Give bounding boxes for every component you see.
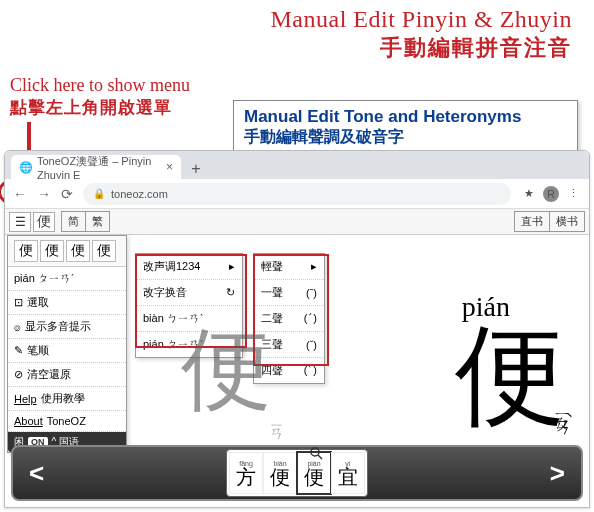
extension-icon[interactable]: ★ — [521, 186, 537, 202]
clear-icon: ⊘ — [14, 368, 23, 381]
menu-item-clear[interactable]: ⊘清空還原 — [8, 363, 126, 387]
reload-button[interactable]: ⟳ — [61, 186, 73, 202]
prev-button[interactable]: < — [29, 458, 44, 489]
candidate-selected[interactable]: pián便 — [297, 452, 331, 494]
candidate-bar: < fāng方 biàn便 pián便 yí宜 > — [11, 445, 583, 501]
candidate[interactable]: fāng方 — [229, 452, 263, 494]
menu-item-help[interactable]: Help使用教學 — [8, 387, 126, 411]
tab-favicon-icon: 🌐 — [19, 161, 33, 174]
next-button[interactable]: > — [550, 458, 565, 489]
main-char: 便 — [455, 321, 565, 431]
callout-zh: 手動編輯聲調及破音字 — [244, 127, 567, 148]
stroke-icon: ✎ — [14, 344, 23, 357]
pinyin-row[interactable]: pián ㄆㄧㄢˊ — [8, 267, 126, 291]
variant-char[interactable]: 便 — [66, 240, 90, 262]
tab-strip: 🌐 ToneOZ澳聲通 – Pinyin Zhuyin E × + — [5, 151, 589, 179]
avatar[interactable]: R — [543, 186, 559, 202]
polyphone-icon: ⌾ — [14, 321, 21, 333]
menu-item-about[interactable]: AboutToneOZ — [8, 411, 126, 432]
url-field[interactable]: 🔒 toneoz.com — [83, 183, 511, 205]
url-text: toneoz.com — [111, 188, 168, 200]
menu-item-polyphone[interactable]: ⌾显示多音提示 — [8, 315, 126, 339]
close-icon[interactable]: × — [166, 160, 173, 174]
hint-en: Click here to show menu — [10, 75, 190, 96]
tab-title: ToneOZ澳聲通 – Pinyin Zhuyin E — [37, 155, 162, 179]
orientation-toggle[interactable]: 直书 横书 — [514, 211, 585, 232]
simp-trad-toggle[interactable]: 简 繁 — [61, 211, 110, 232]
hint-block: Click here to show menu 點擊左上角開啟選單 — [10, 75, 190, 119]
simp-option[interactable]: 简 — [62, 212, 86, 231]
variant-char[interactable]: 便 — [40, 240, 64, 262]
hint-zh: 點擊左上角開啟選單 — [10, 96, 190, 119]
magnify-icon — [308, 445, 324, 461]
browser-tab[interactable]: 🌐 ToneOZ澳聲通 – Pinyin Zhuyin E × — [11, 155, 181, 179]
callout-en: Manual Edit Tone and Heteronyms — [244, 107, 567, 127]
menu-item-select[interactable]: ⊡選取 — [8, 291, 126, 315]
ghost-char: 便 ㄧㄢ — [181, 309, 271, 431]
main-char-display: pián 便 ㄆㄧㄢˊ — [455, 321, 565, 431]
app-content: ☰ 便 简 繁 直书 横书 便 便 便 便 pián ㄆㄧㄢˊ ⊡選取 ⌾显示多… — [5, 209, 589, 507]
pinyin-label: pián — [462, 291, 510, 323]
side-menu[interactable]: 便 便 便 便 pián ㄆㄧㄢˊ ⊡選取 ⌾显示多音提示 ✎笔顺 ⊘清空還原 … — [7, 235, 127, 453]
forward-button[interactable]: → — [37, 186, 51, 202]
vertical-option[interactable]: 直书 — [515, 212, 550, 231]
chrome-menu-icon[interactable]: ⋮ — [565, 186, 581, 202]
new-tab-button[interactable]: + — [185, 159, 207, 179]
select-icon: ⊡ — [14, 296, 23, 309]
variant-row: 便 便 便 便 — [8, 236, 126, 267]
character-canvas: 便 ㄧㄢ pián 便 ㄆㄧㄢˊ — [131, 237, 585, 437]
svg-line-3 — [318, 455, 322, 459]
title-zh: 手動編輯拼音注音 — [0, 33, 572, 63]
variant-char[interactable]: 便 — [92, 240, 116, 262]
candidate-list: fāng方 biàn便 pián便 yí宜 — [226, 449, 368, 497]
candidate[interactable]: yí宜 — [331, 452, 365, 494]
horizontal-option[interactable]: 横书 — [550, 212, 584, 231]
variant-char[interactable]: 便 — [14, 240, 38, 262]
candidate[interactable]: biàn便 — [263, 452, 297, 494]
app-toolbar: ☰ 便 简 繁 直书 横书 — [5, 209, 589, 235]
current-char-box[interactable]: 便 — [33, 212, 55, 232]
title-en: Manual Edit Pinyin & Zhuyin — [0, 6, 572, 33]
address-bar: ← → ⟳ 🔒 toneoz.com ★ R ⋮ — [5, 179, 589, 209]
menu-item-stroke[interactable]: ✎笔顺 — [8, 339, 126, 363]
callout-box: Manual Edit Tone and Heteronyms 手動編輯聲調及破… — [233, 100, 578, 155]
svg-point-2 — [311, 448, 319, 456]
page-title: Manual Edit Pinyin & Zhuyin 手動編輯拼音注音 — [0, 0, 594, 63]
zhuyin-label: ㄆㄧㄢˊ — [551, 404, 575, 421]
back-button[interactable]: ← — [13, 186, 27, 202]
browser-window: 🌐 ToneOZ澳聲通 – Pinyin Zhuyin E × + ← → ⟳ … — [4, 150, 590, 508]
lock-icon: 🔒 — [93, 188, 105, 199]
trad-option[interactable]: 繁 — [86, 212, 109, 231]
menu-button[interactable]: ☰ — [9, 212, 31, 232]
